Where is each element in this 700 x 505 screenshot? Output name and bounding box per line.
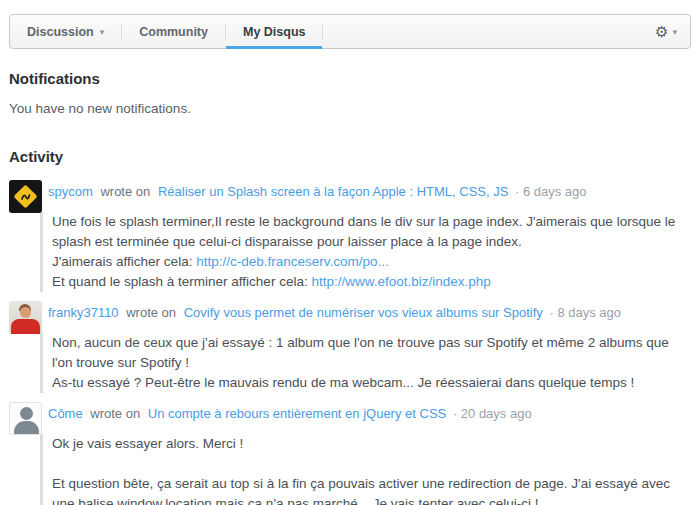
tab-community-label: Community: [139, 25, 208, 39]
comment-line: Non, aucun de ceux que j'ai essayé : 1 a…: [52, 333, 691, 373]
comment-body: Non, aucun de ceux que j'ai essayé : 1 a…: [40, 333, 691, 393]
squiggle-glyph: [19, 190, 32, 203]
activity-item: franky37110 wrote on Covify vous permet …: [9, 301, 691, 393]
comment-body: Une fois le splash terminer,Il reste le …: [40, 212, 691, 292]
username-link[interactable]: spycom: [48, 184, 93, 199]
action-text: wrote on: [90, 406, 140, 421]
chevron-down-icon: ▾: [672, 27, 677, 37]
activity-item-header: franky37110 wrote on Covify vous permet …: [9, 301, 691, 334]
activity-item-header: Côme wrote on Un compte à rebours entièr…: [9, 402, 691, 435]
activity-meta: Côme wrote on Un compte à rebours entièr…: [48, 402, 532, 422]
avatar-photo-face: [20, 307, 31, 318]
avatar[interactable]: [9, 180, 42, 213]
thread-title-link[interactable]: Covify vous permet de numériser vos vieu…: [184, 305, 543, 320]
activity-item: spycom wrote on Réaliser un Splash scree…: [9, 180, 691, 292]
activity-heading: Activity: [9, 147, 691, 166]
comment-url-link[interactable]: http://c-deb.franceserv.com/po...: [196, 254, 389, 269]
avatar[interactable]: [9, 402, 42, 435]
comment-body: Ok je vais essayer alors. Merci ! Et que…: [40, 434, 691, 505]
activity-meta: franky37110 wrote on Covify vous permet …: [48, 301, 621, 321]
thread-title-link[interactable]: Réaliser un Splash screen à la façon App…: [158, 184, 508, 199]
avatar[interactable]: [9, 301, 42, 334]
timestamp: · 6 days ago: [515, 184, 587, 199]
toolbar: Discussion ▾ Community My Disqus ⚙ ▾: [9, 14, 691, 49]
activity-meta: spycom wrote on Réaliser un Splash scree…: [48, 180, 587, 200]
silhouette-head: [20, 407, 33, 420]
tab-community[interactable]: Community: [122, 15, 225, 48]
notifications-heading: Notifications: [9, 69, 691, 88]
comment-line: J'aimerais afficher cela: http://c-deb.f…: [52, 252, 691, 272]
activity-item: Côme wrote on Un compte à rebours entièr…: [9, 402, 691, 505]
comment-line: [52, 454, 691, 474]
activity-item-header: spycom wrote on Réaliser un Splash scree…: [9, 180, 691, 213]
notifications-empty-message: You have no new notifications.: [9, 100, 691, 117]
tab-separator: [322, 24, 323, 39]
page: Discussion ▾ Community My Disqus ⚙ ▾ Not…: [0, 14, 700, 505]
comment-text: Une fois le splash terminer,Il reste le …: [52, 214, 675, 249]
comment-line: Et question bête, ça serait au top si à …: [52, 474, 691, 505]
tab-my-disqus-label: My Disqus: [243, 25, 306, 39]
action-text: wrote on: [126, 305, 176, 320]
comment-line: As-tu essayé ? Peut-être le mauvais rend…: [52, 373, 691, 393]
timestamp: · 20 days ago: [453, 406, 532, 421]
comment-text: Et question bête, ça serait au top si à …: [52, 476, 670, 505]
comment-text: Non, aucun de ceux que j'ai essayé : 1 a…: [52, 335, 669, 370]
action-text: wrote on: [100, 184, 150, 199]
comment-url-link[interactable]: http://www.efoot.biz/index.php: [311, 274, 490, 289]
comment-text: As-tu essayé ? Peut-être le mauvais rend…: [52, 375, 634, 390]
thread-title-link[interactable]: Un compte à rebours entièrement en jQuer…: [148, 406, 446, 421]
activity-list: spycom wrote on Réaliser un Splash scree…: [9, 180, 691, 505]
comment-line: Une fois le splash terminer,Il reste le …: [52, 212, 691, 252]
comment-text: Ok je vais essayer alors. Merci !: [52, 436, 243, 451]
username-link[interactable]: Côme: [48, 406, 83, 421]
tab-my-disqus[interactable]: My Disqus: [226, 15, 323, 48]
silhouette-shoulders: [14, 421, 39, 435]
comment-text: J'aimerais afficher cela:: [52, 254, 196, 269]
avatar-photo-shirt: [11, 319, 40, 334]
chevron-down-icon: ▾: [100, 27, 105, 37]
comment-line: Et quand le splash à terminer afficher c…: [52, 272, 691, 292]
gear-icon: ⚙: [655, 24, 668, 39]
comment-line: Ok je vais essayer alors. Merci !: [52, 434, 691, 454]
comment-text: Et quand le splash à terminer afficher c…: [52, 274, 311, 289]
timestamp: · 8 days ago: [549, 305, 621, 320]
tab-discussion[interactable]: Discussion ▾: [10, 15, 121, 48]
settings-button[interactable]: ⚙ ▾: [642, 15, 690, 48]
tab-discussion-label: Discussion: [27, 25, 94, 39]
username-link[interactable]: franky37110: [48, 305, 119, 320]
